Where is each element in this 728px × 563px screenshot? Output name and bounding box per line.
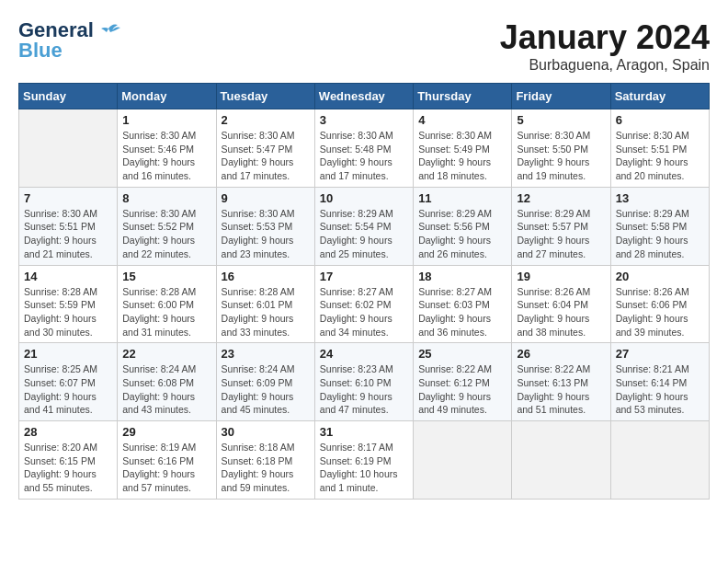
day-info: Sunrise: 8:28 AMSunset: 5:59 PMDaylight:…	[24, 285, 112, 339]
calendar-cell: 3Sunrise: 8:30 AMSunset: 5:48 PMDaylight…	[314, 109, 413, 188]
logo-bird-icon	[96, 21, 121, 40]
calendar-cell: 5Sunrise: 8:30 AMSunset: 5:50 PMDaylight…	[512, 109, 610, 188]
day-number: 7	[24, 191, 112, 205]
day-info: Sunrise: 8:30 AMSunset: 5:49 PMDaylight:…	[418, 129, 506, 183]
title-block: January 2024 Burbaguena, Aragon, Spain	[500, 18, 710, 74]
day-info: Sunrise: 8:28 AMSunset: 6:00 PMDaylight:…	[122, 285, 210, 339]
day-number: 10	[320, 191, 408, 205]
day-number: 28	[24, 425, 112, 439]
calendar-cell: 18Sunrise: 8:27 AMSunset: 6:03 PMDayligh…	[414, 265, 512, 343]
page-header: General Blue January 2024 Burbaguena, Ar…	[18, 18, 710, 74]
day-number: 1	[122, 113, 210, 127]
calendar-cell: 7Sunrise: 8:30 AMSunset: 5:51 PMDaylight…	[19, 187, 118, 265]
calendar-cell: 17Sunrise: 8:27 AMSunset: 6:02 PMDayligh…	[314, 265, 413, 343]
day-number: 23	[222, 347, 310, 361]
calendar-cell	[414, 421, 512, 500]
day-info: Sunrise: 8:24 AMSunset: 6:08 PMDaylight:…	[122, 362, 210, 417]
calendar-cell	[512, 421, 610, 500]
calendar-week-1: 1Sunrise: 8:30 AMSunset: 5:46 PMDaylight…	[19, 109, 710, 188]
weekday-header-monday: Monday	[118, 84, 216, 109]
day-number: 30	[222, 425, 310, 439]
calendar-cell: 2Sunrise: 8:30 AMSunset: 5:47 PMDaylight…	[216, 109, 314, 188]
weekday-header-sunday: Sunday	[19, 84, 118, 109]
day-number: 15	[122, 270, 210, 283]
day-info: Sunrise: 8:29 AMSunset: 5:58 PMDaylight:…	[616, 207, 704, 261]
day-number: 6	[616, 113, 704, 127]
day-number: 22	[122, 347, 210, 361]
calendar-week-3: 14Sunrise: 8:28 AMSunset: 5:59 PMDayligh…	[19, 265, 710, 343]
day-info: Sunrise: 8:29 AMSunset: 5:57 PMDaylight:…	[517, 207, 605, 261]
calendar-cell: 20Sunrise: 8:26 AMSunset: 6:06 PMDayligh…	[610, 265, 709, 343]
day-info: Sunrise: 8:30 AMSunset: 5:53 PMDaylight:…	[222, 207, 310, 261]
calendar-table: SundayMondayTuesdayWednesdayThursdayFrid…	[18, 83, 710, 500]
day-number: 21	[24, 347, 112, 361]
day-info: Sunrise: 8:30 AMSunset: 5:46 PMDaylight:…	[122, 129, 210, 183]
day-number: 19	[517, 270, 605, 283]
day-info: Sunrise: 8:25 AMSunset: 6:07 PMDaylight:…	[24, 362, 112, 417]
calendar-cell: 8Sunrise: 8:30 AMSunset: 5:52 PMDaylight…	[118, 187, 216, 265]
calendar-cell: 28Sunrise: 8:20 AMSunset: 6:15 PMDayligh…	[19, 421, 118, 500]
day-info: Sunrise: 8:30 AMSunset: 5:52 PMDaylight:…	[122, 207, 210, 261]
day-info: Sunrise: 8:20 AMSunset: 6:15 PMDaylight:…	[24, 441, 112, 495]
weekday-header-saturday: Saturday	[610, 84, 709, 109]
calendar-cell: 25Sunrise: 8:22 AMSunset: 6:12 PMDayligh…	[414, 343, 512, 421]
calendar-cell: 23Sunrise: 8:24 AMSunset: 6:09 PMDayligh…	[216, 343, 314, 421]
day-info: Sunrise: 8:21 AMSunset: 6:14 PMDaylight:…	[616, 362, 704, 417]
logo: General Blue	[18, 18, 121, 63]
day-number: 25	[418, 347, 506, 361]
day-number: 31	[320, 425, 408, 439]
day-info: Sunrise: 8:27 AMSunset: 6:03 PMDaylight:…	[418, 285, 506, 339]
day-number: 17	[320, 270, 408, 283]
day-number: 13	[616, 191, 704, 205]
calendar-cell: 16Sunrise: 8:28 AMSunset: 6:01 PMDayligh…	[216, 265, 314, 343]
calendar-cell: 24Sunrise: 8:23 AMSunset: 6:10 PMDayligh…	[314, 343, 413, 421]
day-number: 8	[122, 191, 210, 205]
day-number: 29	[122, 425, 210, 439]
calendar-cell: 9Sunrise: 8:30 AMSunset: 5:53 PMDaylight…	[216, 187, 314, 265]
calendar-cell: 4Sunrise: 8:30 AMSunset: 5:49 PMDaylight…	[414, 109, 512, 188]
weekday-header-wednesday: Wednesday	[314, 84, 413, 109]
weekday-header-thursday: Thursday	[414, 84, 512, 109]
day-info: Sunrise: 8:17 AMSunset: 6:19 PMDaylight:…	[320, 441, 408, 495]
day-info: Sunrise: 8:18 AMSunset: 6:18 PMDaylight:…	[222, 441, 310, 495]
calendar-cell: 15Sunrise: 8:28 AMSunset: 6:00 PMDayligh…	[118, 265, 216, 343]
calendar-cell: 29Sunrise: 8:19 AMSunset: 6:16 PMDayligh…	[118, 421, 216, 500]
day-info: Sunrise: 8:30 AMSunset: 5:47 PMDaylight:…	[222, 129, 310, 183]
day-info: Sunrise: 8:30 AMSunset: 5:48 PMDaylight:…	[320, 129, 408, 183]
day-number: 2	[222, 113, 310, 127]
month-title: January 2024	[500, 18, 710, 57]
calendar-week-2: 7Sunrise: 8:30 AMSunset: 5:51 PMDaylight…	[19, 187, 710, 265]
calendar-week-4: 21Sunrise: 8:25 AMSunset: 6:07 PMDayligh…	[19, 343, 710, 421]
location: Burbaguena, Aragon, Spain	[500, 57, 710, 74]
day-number: 24	[320, 347, 408, 361]
day-number: 20	[616, 270, 704, 283]
calendar-cell: 11Sunrise: 8:29 AMSunset: 5:56 PMDayligh…	[414, 187, 512, 265]
day-number: 3	[320, 113, 408, 127]
day-info: Sunrise: 8:29 AMSunset: 5:56 PMDaylight:…	[418, 207, 506, 261]
calendar-cell: 31Sunrise: 8:17 AMSunset: 6:19 PMDayligh…	[314, 421, 413, 500]
calendar-cell: 12Sunrise: 8:29 AMSunset: 5:57 PMDayligh…	[512, 187, 610, 265]
day-info: Sunrise: 8:26 AMSunset: 6:04 PMDaylight:…	[517, 285, 605, 339]
day-info: Sunrise: 8:28 AMSunset: 6:01 PMDaylight:…	[222, 285, 310, 339]
day-info: Sunrise: 8:26 AMSunset: 6:06 PMDaylight:…	[616, 285, 704, 339]
calendar-cell	[610, 421, 709, 500]
day-number: 26	[517, 347, 605, 361]
calendar-cell: 1Sunrise: 8:30 AMSunset: 5:46 PMDaylight…	[118, 109, 216, 188]
day-number: 11	[418, 191, 506, 205]
day-info: Sunrise: 8:23 AMSunset: 6:10 PMDaylight:…	[320, 362, 408, 417]
day-info: Sunrise: 8:30 AMSunset: 5:50 PMDaylight:…	[517, 129, 605, 183]
calendar-cell: 22Sunrise: 8:24 AMSunset: 6:08 PMDayligh…	[118, 343, 216, 421]
weekday-header-row: SundayMondayTuesdayWednesdayThursdayFrid…	[19, 84, 710, 109]
day-number: 12	[517, 191, 605, 205]
day-number: 16	[222, 270, 310, 283]
calendar-cell: 26Sunrise: 8:22 AMSunset: 6:13 PMDayligh…	[512, 343, 610, 421]
day-info: Sunrise: 8:22 AMSunset: 6:12 PMDaylight:…	[418, 362, 506, 417]
calendar-cell: 13Sunrise: 8:29 AMSunset: 5:58 PMDayligh…	[610, 187, 709, 265]
calendar-cell: 10Sunrise: 8:29 AMSunset: 5:54 PMDayligh…	[314, 187, 413, 265]
calendar-cell: 30Sunrise: 8:18 AMSunset: 6:18 PMDayligh…	[216, 421, 314, 500]
day-info: Sunrise: 8:30 AMSunset: 5:51 PMDaylight:…	[616, 129, 704, 183]
calendar-cell: 14Sunrise: 8:28 AMSunset: 5:59 PMDayligh…	[19, 265, 118, 343]
day-number: 4	[418, 113, 506, 127]
day-number: 27	[616, 347, 704, 361]
day-info: Sunrise: 8:24 AMSunset: 6:09 PMDaylight:…	[222, 362, 310, 417]
